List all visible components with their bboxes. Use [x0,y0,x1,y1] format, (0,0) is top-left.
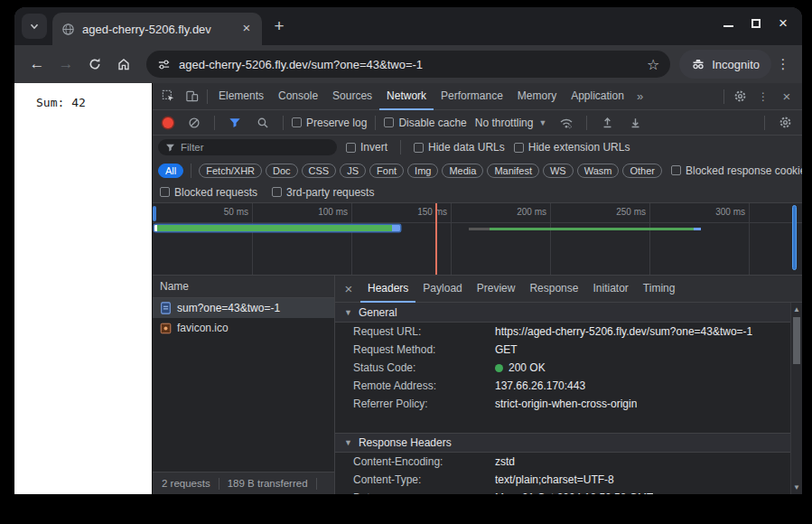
site-settings-icon[interactable] [157,58,171,71]
tab-search-button[interactable] [22,14,47,39]
filter-toggle-button[interactable] [223,110,247,135]
back-button[interactable]: ← [23,51,51,78]
devtools-menu-icon[interactable]: ⋮ [751,83,775,109]
tick-label: 150 ms [391,207,447,217]
details-tab-initiator[interactable]: Initiator [585,276,635,303]
throttling-dropdown[interactable]: No throttling ▼ [471,117,551,129]
filter-input-pill[interactable] [158,139,337,155]
devtools-tab-elements[interactable]: Elements [211,83,271,110]
devtools-settings-button[interactable] [728,83,751,109]
export-har-button[interactable] [623,110,647,135]
disable-cache-checkbox[interactable]: Disable cache [384,117,466,129]
details-tab-timing[interactable]: Timing [636,276,683,303]
clear-network-log-button[interactable] [182,110,206,135]
omnibox[interactable]: aged-cherry-5206.fly.dev/sum?one=43&two=… [146,51,670,78]
checkbox-icon[interactable] [292,117,302,127]
details-tab-response[interactable]: Response [522,276,585,303]
divider [400,140,401,154]
window-close-icon[interactable]: × [779,19,788,28]
forward-button[interactable]: → [52,51,79,78]
bookmark-star-icon[interactable]: ☆ [647,56,659,73]
filter-chip-all[interactable]: All [158,164,183,178]
network-overview-timeline[interactable]: 50 ms 100 ms 150 ms 200 ms 250 ms 300 ms [153,203,802,276]
hide-data-urls-checkbox[interactable]: Hide data URLs [414,141,505,154]
hide-extension-urls-label: Hide extension URLs [528,141,630,154]
details-tab-headers[interactable]: Headers [360,276,415,303]
checkbox-icon[interactable] [272,187,282,197]
filter-input[interactable] [181,142,330,153]
checkbox-icon[interactable] [671,165,681,175]
filter-chip-css[interactable]: CSS [302,164,337,178]
devtools-tab-memory[interactable]: Memory [510,83,564,110]
browser-menu-icon[interactable]: ⋮ [773,56,793,72]
import-har-button[interactable] [595,110,619,135]
home-button[interactable] [110,51,137,78]
checkbox-icon[interactable] [160,187,170,197]
network-conditions-button[interactable] [555,110,578,135]
overview-left-handle[interactable] [153,206,156,221]
maximize-icon[interactable] [751,19,761,28]
filter-chip-other[interactable]: Other [622,164,662,178]
checkbox-icon[interactable] [384,117,394,127]
network-settings-button[interactable] [773,110,797,135]
checkbox-icon[interactable] [414,143,424,153]
devtools-close-icon[interactable]: × [775,83,798,109]
devtools-tab-sources[interactable]: Sources [325,83,379,110]
details-tab-preview[interactable]: Preview [470,276,523,303]
divider [375,116,376,130]
filter-chip-ws[interactable]: WS [543,164,574,178]
caret-down-icon: ▼ [538,118,546,127]
details-tab-payload[interactable]: Payload [415,276,469,303]
devtools-tab-network[interactable]: Network [379,83,434,110]
tab-close-icon[interactable]: × [238,21,255,37]
gridline [550,203,551,275]
header-row-content-type: Content-Type: text/plain;charset=UTF-8 [335,471,790,489]
details-scrollbar[interactable]: ▲ ▼ [790,303,802,494]
filter-chip-manifest[interactable]: Manifest [487,164,539,178]
request-details-pane: × Headers Payload Preview Response Initi… [335,276,802,494]
search-button[interactable] [251,110,275,135]
record-network-log-button[interactable] [163,117,173,128]
waterfall-bar-favicon[interactable] [469,228,701,230]
filter-chip-doc[interactable]: Doc [266,164,298,178]
inspect-element-button[interactable] [156,83,180,109]
close-details-icon[interactable]: × [337,276,360,302]
new-tab-button[interactable]: + [267,14,291,38]
third-party-requests-checkbox[interactable]: 3rd-party requests [272,186,374,199]
filter-chip-media[interactable]: Media [442,164,483,178]
divider [191,164,191,178]
url-text[interactable]: aged-cherry-5206.fly.dev/sum?one=43&two=… [179,58,639,71]
scroll-down-icon[interactable]: ▼ [791,483,802,491]
minimize-icon[interactable] [723,20,733,27]
filter-chip-font[interactable]: Font [369,164,404,178]
load-event-line [435,203,437,275]
preserve-log-checkbox[interactable]: Preserve log [292,117,367,129]
checkbox-icon[interactable] [346,143,356,153]
filter-chip-wasm[interactable]: Wasm [577,164,620,178]
devtools-tab-performance[interactable]: Performance [434,83,510,110]
incognito-icon [691,57,705,71]
devtools-tab-console[interactable]: Console [271,83,325,110]
reload-button[interactable] [81,51,108,78]
blocked-requests-checkbox[interactable]: Blocked requests [160,186,257,199]
invert-checkbox[interactable]: Invert [346,141,387,154]
checkbox-icon[interactable] [514,143,524,153]
overview-right-handle[interactable] [792,205,797,270]
scrollbar-thumb[interactable] [793,317,800,364]
request-row-sum[interactable]: sum?one=43&two=-1 [153,298,334,318]
name-column-header[interactable]: Name [153,276,334,298]
scroll-up-icon[interactable]: ▲ [791,305,802,313]
hide-extension-urls-checkbox[interactable]: Hide extension URLs [514,141,630,154]
response-headers-section-header[interactable]: ▼ Response Headers [335,433,790,453]
filter-chip-img[interactable]: Img [407,164,438,178]
devtools-tab-application[interactable]: Application [564,83,631,110]
filter-chip-fetch-xhr[interactable]: Fetch/XHR [199,164,262,178]
browser-tab[interactable]: aged-cherry-5206.fly.dev × [52,13,262,45]
general-section-header[interactable]: ▼ General [335,303,790,323]
device-toolbar-button[interactable] [180,83,203,109]
blocked-response-cookies-checkbox[interactable]: Blocked response cookies [671,164,802,177]
filter-chip-js[interactable]: JS [340,164,366,178]
waterfall-bar-document[interactable] [154,225,400,231]
request-row-favicon[interactable]: favicon.ico [153,318,334,338]
more-panels-icon[interactable]: » [631,89,649,103]
